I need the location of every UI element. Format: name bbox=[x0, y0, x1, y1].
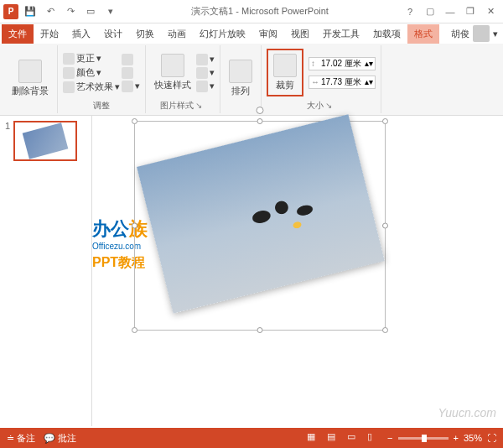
color-icon bbox=[63, 67, 75, 79]
app-icon: P bbox=[3, 4, 18, 19]
remove-bg-icon bbox=[18, 60, 42, 83]
crop-icon bbox=[273, 54, 297, 77]
selected-picture-object[interactable] bbox=[134, 121, 386, 331]
sorter-view-icon[interactable]: ▤ bbox=[327, 431, 342, 445]
artistic-effects-button[interactable]: 艺术效果▾ bbox=[63, 81, 120, 93]
help-icon[interactable]: ? bbox=[401, 3, 419, 20]
comments-icon: 💬 bbox=[44, 433, 55, 444]
artistic-icon bbox=[63, 81, 75, 93]
tab-format[interactable]: 格式 bbox=[407, 24, 439, 44]
notes-button[interactable]: ≐备注 bbox=[7, 432, 35, 445]
width-spinner[interactable]: ↔ ▴▾ bbox=[309, 76, 376, 89]
penguin-photo[interactable] bbox=[137, 114, 385, 314]
zoom-in-icon[interactable]: + bbox=[454, 433, 459, 443]
picture-border-button[interactable]: ▾ bbox=[196, 54, 215, 65]
tab-transitions[interactable]: 切换 bbox=[129, 24, 161, 44]
tab-slideshow[interactable]: 幻灯片放映 bbox=[193, 24, 252, 44]
tab-review[interactable]: 审阅 bbox=[252, 24, 284, 44]
main-area: 1 办公族 Officezu.com PPT教程 Yuucn.com bbox=[0, 116, 503, 426]
height-icon: ↕ bbox=[311, 59, 319, 69]
window-controls: ? ▢ — ❐ ✕ bbox=[401, 3, 500, 20]
quick-styles-button[interactable]: 快速样式 bbox=[151, 52, 194, 93]
compress-button[interactable] bbox=[122, 54, 140, 65]
comments-button[interactable]: 💬批注 bbox=[44, 432, 76, 445]
redo-icon[interactable]: ↷ bbox=[62, 3, 79, 20]
tab-addins[interactable]: 加载项 bbox=[366, 24, 407, 44]
tab-animations[interactable]: 动画 bbox=[161, 24, 193, 44]
slide-thumbnail[interactable] bbox=[13, 121, 77, 161]
ribbon-options-icon[interactable]: ▢ bbox=[421, 3, 439, 20]
watermark-site: Yuucn.com bbox=[438, 406, 496, 419]
slideshow-view-icon[interactable]: ▯ bbox=[367, 431, 382, 445]
notes-icon: ≐ bbox=[7, 433, 14, 444]
user-name: 胡俊 bbox=[451, 28, 469, 40]
ribbon: 删除背景 更正▾ 颜色▾ 艺术效果▾ ▾ 调整 快速样式 bbox=[0, 44, 503, 116]
rotation-handle[interactable] bbox=[257, 107, 264, 114]
tab-file[interactable]: 文件 bbox=[2, 24, 34, 44]
user-info[interactable]: 胡俊 ▾ bbox=[451, 25, 503, 42]
thumbnail-pane[interactable]: 1 bbox=[0, 116, 92, 426]
dialog-launcher-icon[interactable]: ↘ bbox=[195, 101, 205, 111]
arrange-button[interactable]: 排列 bbox=[226, 58, 256, 99]
group-label-size: 大小 ↘ bbox=[307, 98, 335, 112]
tab-developer[interactable]: 开发工具 bbox=[316, 24, 366, 44]
save-icon[interactable]: 💾 bbox=[22, 3, 39, 20]
quick-access-toolbar: 💾 ↶ ↷ ▭ ▾ bbox=[22, 3, 119, 20]
color-button[interactable]: 颜色▾ bbox=[63, 66, 120, 79]
reset-picture-button[interactable]: ▾ bbox=[122, 81, 140, 92]
qat-dropdown-icon[interactable]: ▾ bbox=[102, 3, 119, 20]
group-styles: 快速样式 ▾ ▾ ▾ 图片样式 ↘ bbox=[146, 45, 220, 113]
slide-number: 1 bbox=[5, 121, 10, 161]
start-slideshow-icon[interactable]: ▭ bbox=[82, 3, 99, 20]
zoom-thumb[interactable] bbox=[422, 435, 427, 442]
tab-design[interactable]: 设计 bbox=[97, 24, 129, 44]
resize-handle-nw[interactable] bbox=[132, 118, 137, 124]
effects-icon bbox=[196, 67, 208, 79]
group-arrange: 排列 bbox=[220, 45, 262, 113]
fit-to-window-icon[interactable]: ⛶ bbox=[487, 433, 496, 443]
tab-view[interactable]: 视图 bbox=[284, 24, 316, 44]
spinner-up-down-icon[interactable]: ▴▾ bbox=[365, 59, 373, 68]
minimize-icon[interactable]: — bbox=[441, 3, 459, 20]
corrections-button[interactable]: 更正▾ bbox=[63, 52, 120, 65]
tab-insert[interactable]: 插入 bbox=[65, 24, 97, 44]
crop-button[interactable]: 裁剪 bbox=[270, 52, 300, 93]
height-spinner[interactable]: ↕ ▴▾ bbox=[309, 57, 376, 70]
compress-icon bbox=[122, 54, 133, 65]
remove-background-button[interactable]: 删除背景 bbox=[8, 58, 52, 99]
resize-handle-se[interactable] bbox=[382, 327, 388, 333]
resize-handle-ne[interactable] bbox=[382, 118, 388, 124]
group-label-adjust: 调整 bbox=[93, 98, 110, 112]
group-label-styles: 图片样式 ↘ bbox=[160, 98, 205, 112]
normal-view-icon[interactable]: ▦ bbox=[307, 431, 322, 445]
zoom-slider[interactable] bbox=[398, 437, 449, 440]
slide-canvas[interactable]: 办公族 Officezu.com PPT教程 Yuucn.com bbox=[92, 116, 503, 426]
crop-highlight: 裁剪 bbox=[267, 49, 303, 96]
zoom-level[interactable]: 35% bbox=[464, 433, 482, 443]
resize-handle-e[interactable] bbox=[382, 223, 388, 229]
window-title: 演示文稿1 - Microsoft PowerPoint bbox=[119, 5, 401, 18]
picture-effects-button[interactable]: ▾ bbox=[196, 67, 215, 79]
height-input[interactable] bbox=[321, 59, 363, 68]
dialog-launcher-icon[interactable]: ↘ bbox=[325, 101, 335, 111]
arrange-icon bbox=[229, 60, 252, 83]
zoom-out-icon[interactable]: − bbox=[387, 433, 392, 443]
width-input[interactable] bbox=[321, 77, 363, 86]
thumbnail-image bbox=[23, 122, 69, 159]
resize-handle-s[interactable] bbox=[257, 327, 263, 333]
brightness-icon bbox=[63, 53, 75, 65]
slide-thumbnail-row[interactable]: 1 bbox=[5, 121, 86, 161]
resize-handle-n[interactable] bbox=[257, 118, 263, 124]
close-icon[interactable]: ✕ bbox=[481, 3, 500, 20]
resize-handle-w[interactable] bbox=[132, 223, 137, 229]
change-picture-button[interactable] bbox=[122, 67, 140, 79]
undo-icon[interactable]: ↶ bbox=[42, 3, 59, 20]
picture-layout-button[interactable]: ▾ bbox=[196, 81, 215, 92]
reading-view-icon[interactable]: ▭ bbox=[347, 431, 362, 445]
chevron-down-icon: ▾ bbox=[493, 29, 498, 39]
spinner-up-down-icon[interactable]: ▴▾ bbox=[365, 77, 373, 86]
tab-home[interactable]: 开始 bbox=[34, 24, 65, 44]
ribbon-tabs: 文件 开始 插入 设计 切换 动画 幻灯片放映 审阅 视图 开发工具 加载项 格… bbox=[0, 23, 503, 44]
restore-icon[interactable]: ❐ bbox=[461, 3, 480, 20]
resize-handle-sw[interactable] bbox=[132, 327, 137, 333]
